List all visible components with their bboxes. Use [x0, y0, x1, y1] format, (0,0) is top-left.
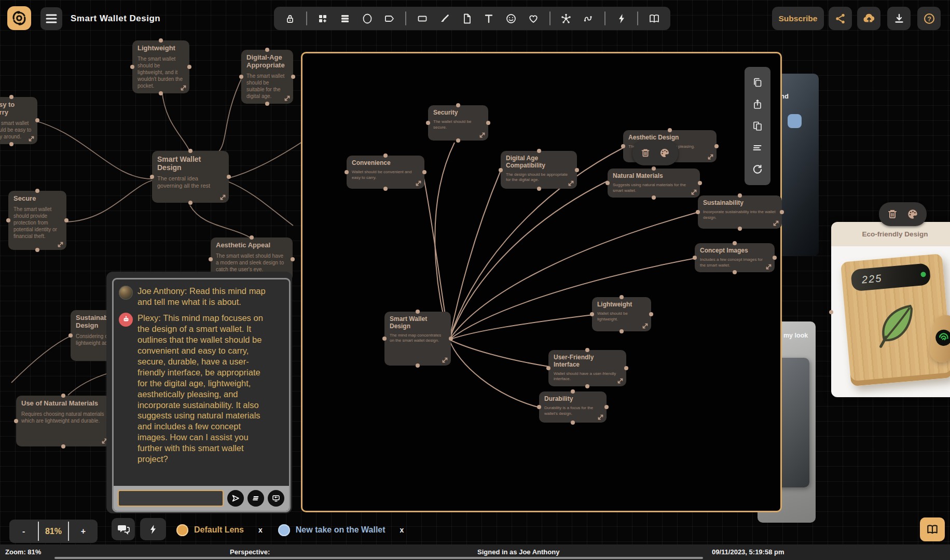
connection-dot[interactable]	[829, 310, 833, 314]
mind-map-node[interactable]: Use of Natural Materials Requires choosi…	[16, 396, 111, 446]
connection-dot[interactable]	[571, 389, 575, 394]
resize-handle[interactable]	[415, 179, 422, 187]
trash-icon[interactable]	[886, 208, 899, 220]
eco-design-card-node[interactable]: Eco-friendly Design 225	[831, 222, 950, 397]
connection-dot[interactable]	[605, 181, 610, 185]
lens-tab-default[interactable]: Default Lens	[194, 525, 244, 535]
chat-dialog[interactable]: Joe Anthony: Read this mind map and tell…	[112, 278, 291, 512]
connection-dot[interactable]	[345, 170, 349, 174]
app-logo[interactable]	[7, 6, 31, 30]
zoom-control[interactable]: - 81% +	[9, 520, 98, 543]
connection-dot[interactable]	[383, 187, 388, 191]
connection-dot[interactable]	[426, 121, 430, 125]
resize-handle[interactable]	[597, 413, 604, 421]
connection-dot[interactable]	[9, 142, 13, 146]
lens-color-dot[interactable]	[278, 524, 290, 536]
connection-dot[interactable]	[780, 210, 784, 214]
mind-map-node[interactable]: Lightweight The smart wallet should be l…	[132, 40, 189, 93]
mind-map-node[interactable]: Digital-Age Appropriate The smart wallet…	[241, 50, 293, 104]
palette-icon[interactable]	[906, 207, 919, 221]
connection-dot[interactable]	[456, 103, 460, 107]
menu-button[interactable]	[40, 7, 62, 30]
connection-dot[interactable]	[571, 421, 575, 425]
connection-dot[interactable]	[575, 168, 579, 172]
cloud-upload-button[interactable]	[857, 7, 880, 30]
zoom-in-button[interactable]: +	[69, 520, 98, 543]
connection-dot[interactable]	[150, 175, 154, 179]
connection-dot[interactable]	[35, 189, 39, 193]
page-icon[interactable]	[461, 12, 473, 25]
connection-dot[interactable]	[449, 337, 453, 341]
connection-dot[interactable]	[6, 218, 10, 222]
connection-dot[interactable]	[383, 153, 388, 158]
chat-input[interactable]	[118, 490, 224, 507]
resize-handle[interactable]	[478, 131, 486, 139]
connection-dot[interactable]	[652, 166, 656, 171]
connection-dot[interactable]	[250, 235, 254, 240]
align-lines-icon[interactable]	[751, 142, 764, 154]
resize-handle[interactable]	[641, 322, 649, 330]
lens-tab-new-take[interactable]: New take on the Wallet	[296, 525, 385, 535]
connection-dot[interactable]	[456, 138, 460, 143]
resize-handle[interactable]	[567, 179, 575, 187]
library-button[interactable]	[920, 517, 945, 541]
mind-map-node[interactable]: Lightweight Wallet should be lightweight…	[592, 297, 651, 331]
connection-dot[interactable]	[585, 348, 589, 352]
send-button[interactable]	[227, 490, 244, 507]
keyboard-button[interactable]	[268, 490, 284, 507]
lens-color-dot[interactable]	[176, 524, 188, 536]
connection-dot[interactable]	[738, 193, 742, 198]
connection-dot[interactable]	[209, 257, 213, 261]
lightning-icon[interactable]	[615, 12, 628, 25]
connection-dot[interactable]	[537, 187, 541, 191]
zoom-out-button[interactable]: -	[9, 520, 38, 543]
resize-handle[interactable]	[690, 188, 698, 196]
panel-side-toolbar[interactable]	[745, 67, 770, 185]
focused-map-panel[interactable]: Security The wallet should be secure. Co…	[301, 52, 782, 512]
connection-dot[interactable]	[382, 337, 387, 341]
connection-dot[interactable]	[61, 444, 65, 449]
horizontal-scrollbar[interactable]	[54, 557, 703, 559]
node-actions-pill[interactable]	[879, 202, 927, 226]
resize-handle[interactable]	[283, 94, 291, 102]
connection-dot[interactable]	[265, 102, 269, 106]
connection-dot[interactable]	[486, 121, 490, 125]
resize-handle[interactable]	[772, 219, 780, 227]
connection-dot[interactable]	[291, 257, 295, 261]
trash-icon[interactable]	[640, 147, 651, 159]
connection-dot[interactable]	[537, 405, 541, 409]
mind-map-node[interactable]: Concept Images Includes a few concept im…	[695, 243, 775, 272]
connector-icon[interactable]	[582, 12, 595, 25]
mind-map-node[interactable]: Secure The smart wallet should provide p…	[8, 191, 66, 250]
heart-icon[interactable]	[527, 12, 540, 25]
main-toolbar[interactable]	[274, 7, 670, 30]
mind-map-node[interactable]: Natural Materials Suggests using natural…	[608, 169, 700, 198]
connection-dot[interactable]	[64, 218, 68, 222]
lock-icon[interactable]	[284, 12, 296, 25]
mind-map-node[interactable]: Easy to Carry The smart wallet should be…	[0, 97, 37, 144]
connection-dot[interactable]	[619, 295, 624, 299]
connection-dot[interactable]	[537, 149, 541, 153]
connection-dot[interactable]	[604, 405, 609, 409]
connection-dot[interactable]	[35, 248, 39, 252]
duplicate-pages-icon[interactable]	[751, 120, 764, 132]
network-icon[interactable]	[560, 12, 572, 25]
mind-map-node[interactable]: Security The wallet should be secure.	[428, 105, 488, 141]
connection-dot[interactable]	[130, 65, 134, 69]
download-button[interactable]	[887, 7, 911, 30]
mind-map-node[interactable]: Convenience Wallet should be convenient …	[347, 156, 424, 189]
connection-dot[interactable]	[265, 48, 269, 52]
text-icon[interactable]	[483, 12, 495, 25]
ellipse-icon[interactable]	[361, 12, 374, 25]
lens-close-button[interactable]: x	[258, 526, 263, 534]
resize-handle[interactable]	[27, 135, 35, 143]
mind-map-node[interactable]: Smart Wallet Design The central idea gov…	[152, 151, 229, 203]
copy-icon[interactable]	[751, 76, 764, 89]
connection-dot[interactable]	[159, 38, 163, 43]
connection-dot[interactable]	[621, 144, 625, 148]
node-actions-pill[interactable]	[632, 141, 678, 165]
lens-close-button[interactable]: x	[400, 526, 404, 534]
mind-map-node[interactable]: Sustainability Incorporate sustainabilit…	[698, 195, 782, 229]
export-page-icon[interactable]	[751, 98, 764, 110]
node-shape-icon[interactable]	[383, 12, 396, 25]
